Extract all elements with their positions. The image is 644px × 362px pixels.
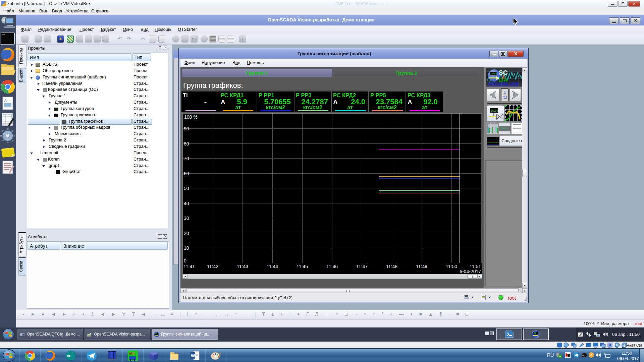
svg-text:W: W (191, 353, 195, 358)
svg-text:∞: ∞ (67, 353, 70, 358)
svg-text:U: U (609, 344, 611, 347)
svg-text:A: A (4, 98, 7, 103)
svg-text:Eth.: Eth. (129, 351, 136, 355)
